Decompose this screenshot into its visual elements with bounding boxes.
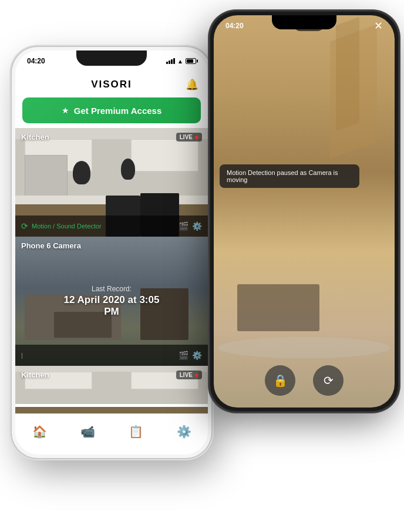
bell-icon[interactable]: 🔔: [186, 78, 198, 91]
premium-text: Get Premium Access: [74, 106, 162, 116]
phone1-inner: 04:20 ▲ VISORI 🔔: [15, 50, 208, 454]
card-bottom-bar-2: | 🎬 ⚙️: [15, 345, 208, 366]
controls-bar: 🔒 ⟳: [214, 365, 395, 396]
record-icon-1[interactable]: 🎬: [179, 221, 188, 231]
rug-shape: [214, 337, 395, 358]
live-text-3: LIVE: [180, 372, 193, 378]
camera-card-phone6[interactable]: Phone 6 Camera Last Record: 12 April 202…: [15, 237, 208, 366]
notch2: [272, 15, 336, 29]
scene: 04:20 ▲ VISORI 🔔: [0, 0, 404, 532]
notch1: [76, 50, 147, 66]
signal-bars-icon: [166, 58, 175, 64]
divider-icon: |: [21, 352, 96, 359]
kitchen-label-2: Kitchen: [21, 371, 49, 379]
tab-bar: 🏠 📹 📋 ⚙️: [15, 413, 208, 454]
phone6-bg: Phone 6 Camera Last Record: 12 April 202…: [15, 237, 208, 366]
live-badge-1: LIVE: [176, 133, 202, 142]
live-camera-bg: [214, 15, 395, 408]
camera-control-button[interactable]: ⟳: [313, 365, 344, 396]
last-record-overlay: Last Record: 12 April 2020 at 3:05 PM: [63, 285, 160, 318]
kitchen-cabinet-right: [131, 139, 198, 172]
last-record-label: Last Record:: [63, 285, 160, 293]
tab-home[interactable]: 🏠: [32, 425, 47, 439]
last-record-date: 12 April 2020 at 3:05 PM: [63, 294, 160, 318]
close-button[interactable]: ✕: [374, 19, 383, 32]
tab-files[interactable]: 📋: [129, 425, 143, 439]
app-header: VISORI 🔔: [15, 72, 208, 97]
record-tab-icon: 📹: [80, 425, 95, 439]
battery-fill: [187, 59, 193, 63]
phone2: 04:20 LIVE ✕ Motion Detection paused as …: [210, 12, 398, 411]
home-icon: 🏠: [32, 425, 47, 439]
premium-star-icon: ★: [62, 106, 69, 115]
lock-icon: 🔒: [273, 373, 288, 388]
live-text-1: LIVE: [180, 134, 193, 140]
bar4: [173, 58, 175, 64]
phone2-inner: 04:20 LIVE ✕ Motion Detection paused as …: [214, 15, 395, 408]
tab-record[interactable]: 📹: [80, 425, 95, 439]
motion-detection-toast: Motion Detection paused as Camera is mov…: [220, 164, 359, 188]
files-icon: 📋: [129, 425, 143, 439]
bar3: [171, 59, 173, 64]
settings-icon-2[interactable]: ⚙️: [192, 351, 202, 360]
phone6-label: Phone 6 Camera: [21, 241, 81, 250]
settings-icon-1[interactable]: ⚙️: [192, 221, 202, 231]
wifi-icon: ▲: [177, 58, 183, 65]
bar2: [169, 60, 170, 64]
kitchen-light1: [73, 161, 90, 184]
live-dot-1: [195, 136, 198, 139]
kitchen-bg: Kitchen LIVE ⟳ Motion / Sound Detector 🎬…: [15, 128, 208, 237]
live-dot-3: [195, 373, 198, 377]
lock-control-button[interactable]: 🔒: [265, 365, 295, 396]
status-time2: 04:20: [225, 22, 244, 30]
motion-detector-icon: ⟳: [21, 221, 28, 231]
kitchen-light2: [121, 159, 135, 180]
kitchen-label: Kitchen: [21, 133, 49, 142]
camera-card-kitchen[interactable]: Kitchen LIVE ⟳ Motion / Sound Detector 🎬…: [15, 128, 208, 237]
premium-banner[interactable]: ★ Get Premium Access: [22, 97, 201, 123]
card-bottom-bar-1: ⟳ Motion / Sound Detector 🎬 ⚙️: [15, 216, 208, 237]
settings-tab-icon: ⚙️: [177, 425, 191, 439]
status-icons: ▲: [166, 58, 196, 65]
app-title: VISORI: [91, 79, 132, 90]
battery-icon: [186, 58, 196, 64]
record-icon-2[interactable]: 🎬: [179, 351, 188, 360]
motion-text: Motion / Sound Detector: [32, 223, 175, 230]
motion-toast-text: Motion Detection paused as Camera is mov…: [227, 169, 338, 183]
live-badge-3: LIVE: [176, 371, 202, 379]
bar1: [166, 62, 168, 64]
desk-shape: [237, 284, 319, 331]
status-time: 04:20: [27, 57, 45, 65]
camera-scan-icon: ⟳: [324, 373, 334, 388]
tab-settings[interactable]: ⚙️: [177, 425, 191, 439]
phone1: 04:20 ▲ VISORI 🔔: [12, 47, 211, 458]
